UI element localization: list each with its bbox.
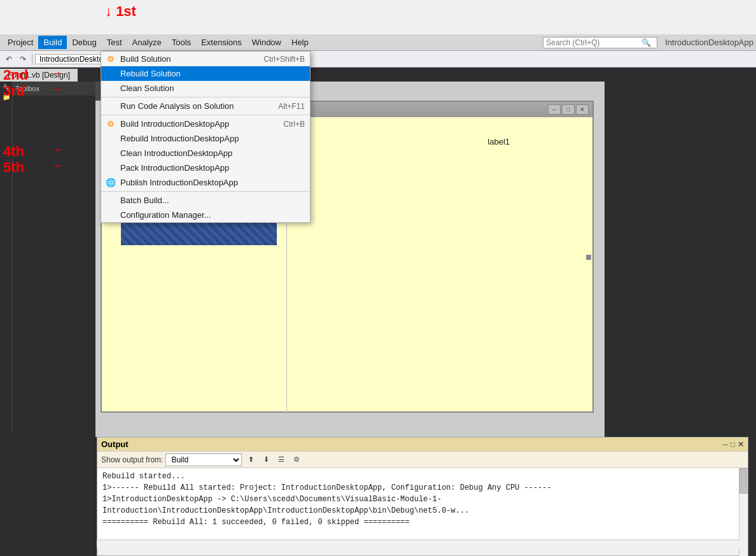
win-minimize-btn[interactable]: ─ [548, 104, 561, 115]
output-scrollbar-thumb[interactable] [739, 468, 748, 494]
search-icon: 🔍 [641, 38, 651, 47]
rebuild-solution-label: Rebuild Solution [120, 69, 181, 78]
right-panel-handle [748, 82, 756, 432]
output-line-3: 1>IntroductionDesktopApp -> C:\Users\sce… [102, 494, 743, 517]
panel-tab-toolbox[interactable]: Toolbox [13, 82, 97, 96]
output-bottom-scrollbar[interactable] [97, 539, 739, 548]
output-source-select[interactable]: Build [165, 453, 242, 466]
batch-build-label: Batch Build... [120, 196, 169, 205]
menu-test[interactable]: Test [102, 36, 127, 49]
output-line-1: Rebuild started... [102, 471, 743, 482]
build-project-shortcut: Ctrl+B [283, 120, 305, 129]
menu-window[interactable]: Window [247, 36, 286, 49]
output-line-2: 1>------ Rebuild All started: Project: I… [102, 482, 743, 494]
win-close-btn[interactable]: ✕ [576, 104, 589, 115]
left-panel-icons: 🔧 📁 [0, 82, 13, 432]
menu-build[interactable]: Build [38, 36, 67, 49]
clean-project-label: Clean IntroductionDesktopApp [120, 148, 232, 158]
undo-icon[interactable]: ↶ [3, 53, 15, 66]
separator-2 [101, 115, 310, 115]
panel-icon-explorer[interactable]: 📁 [3, 94, 10, 101]
publish-project-icon: 🌐 [105, 177, 116, 189]
menu-clean-project[interactable]: Clean IntroductionDesktopApp [101, 146, 310, 160]
rebuild-project-label: Rebuild IntroductionDesktopApp [120, 134, 239, 143]
search-box[interactable]: 🔍 [543, 37, 657, 48]
tab-form1-design[interactable]: Form1.vb [Design] [0, 69, 78, 82]
output-go-down-btn[interactable]: ⬇ [260, 453, 272, 466]
build-project-label: Build IntroductionDesktopApp [120, 119, 229, 129]
menu-clean-solution[interactable]: Clean Solution [101, 81, 310, 96]
left-sidebar: 🔧 📁 Toolbox [0, 82, 97, 432]
separator-1 [101, 97, 310, 97]
output-settings-btn[interactable]: ⚙ [290, 453, 303, 466]
menu-help[interactable]: Help [286, 36, 314, 49]
redo-icon[interactable]: ↷ [17, 53, 29, 66]
output-minimize-btn[interactable]: ─ [722, 440, 728, 449]
app-title: IntroductionDesktopApp [665, 38, 753, 47]
menu-pack-project[interactable]: Pack IntroductionDesktopApp [101, 160, 310, 175]
show-output-label: Show output from: [101, 455, 163, 464]
panel-icon-toolbox[interactable]: 🔧 [3, 84, 10, 91]
menu-build-solution[interactable]: ⚙ Build Solution Ctrl+Shift+B [101, 52, 310, 66]
menu-extensions[interactable]: Extensions [196, 36, 247, 49]
menubar: Project Build Debug Test Analyze Tools E… [0, 34, 756, 51]
publish-project-label: Publish IntroductionDesktopApp [120, 178, 238, 187]
menu-build-project[interactable]: ⚙ Build IntroductionDesktopApp Ctrl+B [101, 117, 310, 131]
win-maximize-btn[interactable]: □ [562, 104, 575, 115]
output-scrollbar[interactable] [739, 468, 748, 556]
run-code-analysis-label: Run Code Analysis on Solution [120, 101, 234, 111]
menu-rebuild-project[interactable]: Rebuild IntroductionDesktopApp [101, 131, 310, 146]
menu-analyze[interactable]: Analyze [127, 36, 167, 49]
output-title: Output [101, 439, 129, 449]
output-header: Output ─ □ ✕ [97, 438, 748, 452]
output-content: Rebuild started... 1>------ Rebuild All … [97, 468, 748, 531]
resize-handle[interactable] [586, 255, 591, 260]
menu-debug[interactable]: Debug [67, 36, 101, 49]
output-clear-btn[interactable]: ☰ [275, 453, 288, 466]
build-dropdown-menu: ⚙ Build Solution Ctrl+Shift+B Rebuild So… [101, 51, 311, 223]
output-panel: Output ─ □ ✕ Show output from: Build ⬆ ⬇… [97, 437, 748, 556]
form-label: label1 [487, 137, 510, 146]
menu-config-manager[interactable]: Configuration Manager... [101, 208, 310, 222]
menu-rebuild-solution[interactable]: Rebuild Solution [101, 66, 310, 81]
run-code-analysis-shortcut: Alt+F11 [278, 102, 305, 111]
panel-left-handle [95, 82, 101, 101]
separator-3 [101, 191, 310, 192]
shirt [121, 223, 277, 245]
menu-tools[interactable]: Tools [167, 36, 196, 49]
menu-publish-project[interactable]: 🌐 Publish IntroductionDesktopApp [101, 175, 310, 190]
build-solution-shortcut: Ctrl+Shift+B [263, 55, 305, 64]
win-controls: ─ □ ✕ [548, 104, 589, 115]
output-window-controls: ─ □ ✕ [722, 440, 744, 449]
config-manager-label: Configuration Manager... [120, 210, 211, 220]
pack-project-label: Pack IntroductionDesktopApp [120, 163, 229, 173]
output-toolbar: Show output from: Build ⬆ ⬇ ☰ ⚙ [97, 452, 748, 468]
right-sidebar [619, 82, 756, 432]
build-project-icon: ⚙ [105, 118, 116, 130]
clean-solution-label: Clean Solution [120, 83, 174, 93]
toolbar-sep-1 [32, 53, 32, 65]
annotation-first: ↓ 1st [105, 3, 136, 20]
output-line-4: ========== Rebuild All: 1 succeeded, 0 f… [102, 517, 743, 528]
menu-batch-build[interactable]: Batch Build... [101, 193, 310, 208]
search-input[interactable] [546, 38, 641, 47]
output-close-btn[interactable]: ✕ [738, 440, 744, 449]
output-expand-btn[interactable]: □ [731, 440, 735, 449]
build-solution-label: Build Solution [120, 54, 171, 64]
menu-project[interactable]: Project [3, 36, 38, 49]
output-go-up-btn[interactable]: ⬆ [244, 453, 257, 466]
menu-run-code-analysis[interactable]: Run Code Analysis on Solution Alt+F11 [101, 99, 310, 113]
build-solution-icon: ⚙ [105, 53, 116, 65]
